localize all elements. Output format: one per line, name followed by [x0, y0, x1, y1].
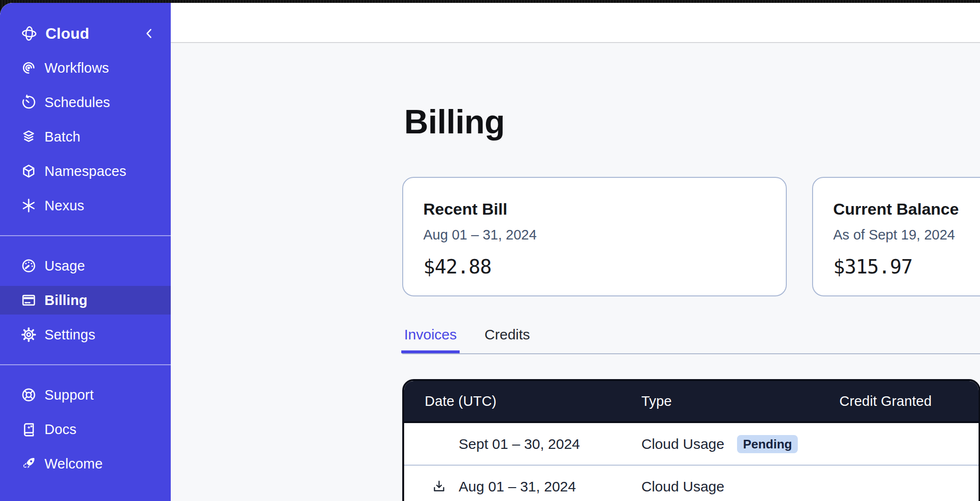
column-header-type: Type [641, 393, 839, 409]
sidebar-item-batch[interactable]: Batch [0, 122, 171, 151]
sidebar-item-label: Billing [44, 293, 88, 308]
card-subtitle: Aug 01 – 31, 2024 [423, 226, 766, 243]
card-amount: $42.88 [423, 255, 766, 278]
invoice-date: Sept 01 – 30, 2024 [459, 436, 580, 452]
brand-row: Cloud [0, 19, 171, 48]
billing-icon [21, 292, 37, 308]
sidebar-item-support[interactable]: Support [0, 381, 171, 409]
usage-icon [21, 258, 37, 274]
invoice-type: Cloud Usage [641, 479, 724, 495]
card-amount: $315.97 [833, 255, 980, 278]
invoice-date-cell: Aug 01 – 31, 2024 [425, 479, 641, 495]
sidebar-item-label: Workflows [44, 60, 109, 76]
sidebar-item-label: Batch [44, 129, 80, 145]
invoice-date-cell: Sept 01 – 30, 2024 [425, 436, 641, 452]
table-header: Date (UTC)TypeCredit Granted [404, 381, 979, 423]
column-header-date-utc: Date (UTC) [425, 393, 641, 409]
sidebar-item-label: Docs [44, 422, 77, 437]
sidebar-item-welcome[interactable]: Welcome [0, 449, 171, 478]
main-content: Billing Recent Bill Aug 01 – 31, 2024 $4… [171, 44, 980, 501]
tab-credits[interactable]: Credits [482, 327, 533, 353]
sidebar-item-label: Schedules [44, 95, 110, 110]
sidebar-item-nexus[interactable]: Nexus [0, 191, 171, 220]
invoices-table: Date (UTC)TypeCredit Granted Sept 01 – 3… [402, 379, 980, 501]
sidebar-divider [0, 235, 171, 236]
current-balance-card: Current Balance As of Sept 19, 2024 $315… [812, 177, 980, 296]
download-slot [425, 479, 459, 494]
table-body: Sept 01 – 30, 2024Cloud UsagePendingAug … [404, 423, 979, 501]
sidebar-nav: WorkflowsSchedulesBatchNamespacesNexusUs… [0, 54, 171, 478]
sidebar-item-label: Support [44, 387, 94, 403]
sidebar-item-label: Settings [44, 327, 95, 343]
card-subtitle: As of Sept 19, 2024 [833, 226, 980, 243]
support-icon [21, 387, 37, 403]
workflows-icon [21, 60, 37, 76]
sidebar-item-docs[interactable]: Docs [0, 415, 171, 444]
batch-icon [21, 129, 37, 145]
temporal-cloud-logo [21, 25, 38, 42]
docs-icon [21, 421, 37, 437]
sidebar-item-workflows[interactable]: Workflows [0, 54, 171, 82]
sidebar-item-label: Nexus [44, 198, 84, 214]
tabs-divider [402, 353, 980, 354]
welcome-icon [21, 456, 37, 472]
invoice-date: Aug 01 – 31, 2024 [459, 479, 576, 495]
sidebar: Cloud WorkflowsSchedulesBatchNamespacesN… [0, 3, 171, 501]
table-row: Sept 01 – 30, 2024Cloud UsagePending [404, 423, 979, 466]
settings-icon [21, 327, 37, 343]
chevron-left-icon[interactable] [142, 26, 156, 41]
billing-tabs: Invoices Credits [401, 327, 533, 353]
card-title: Recent Bill [423, 199, 766, 219]
sidebar-item-settings[interactable]: Settings [0, 320, 171, 349]
page-title: Billing [404, 105, 505, 139]
card-title: Current Balance [833, 199, 980, 219]
status-badge: Pending [737, 435, 798, 453]
invoice-type-cell: Cloud UsagePending [641, 435, 839, 453]
brand-label: Cloud [45, 25, 89, 43]
sidebar-item-label: Namespaces [44, 163, 126, 179]
table-row: Aug 01 – 31, 2024Cloud Usage [404, 466, 979, 501]
sidebar-item-label: Usage [44, 258, 85, 274]
nexus-icon [21, 197, 37, 214]
sidebar-divider [0, 364, 171, 365]
schedules-icon [21, 94, 37, 110]
topbar [171, 3, 980, 43]
app-window: Cloud WorkflowsSchedulesBatchNamespacesN… [0, 3, 980, 501]
sidebar-item-namespaces[interactable]: Namespaces [0, 157, 171, 185]
invoice-type-cell: Cloud Usage [641, 479, 839, 495]
sidebar-item-schedules[interactable]: Schedules [0, 88, 171, 117]
column-header-credit-granted: Credit Granted [839, 393, 979, 409]
invoice-type: Cloud Usage [641, 436, 724, 452]
sidebar-item-label: Welcome [44, 456, 103, 472]
download-icon[interactable] [431, 479, 447, 494]
tab-invoices[interactable]: Invoices [401, 327, 460, 353]
sidebar-item-usage[interactable]: Usage [0, 251, 171, 280]
sidebar-item-billing[interactable]: Billing [0, 286, 171, 315]
namespaces-icon [21, 163, 37, 179]
recent-bill-card: Recent Bill Aug 01 – 31, 2024 $42.88 [402, 177, 787, 296]
